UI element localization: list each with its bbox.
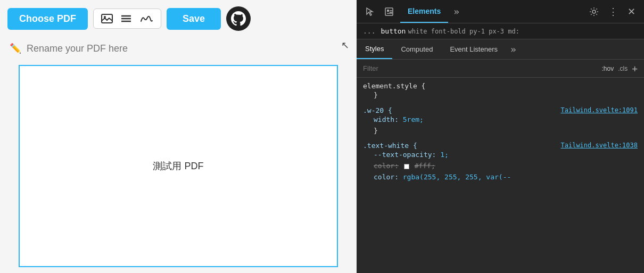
breadcrumb-css: white font-bold py-1 px-3 md: — [408, 28, 519, 35]
breadcrumb-dots: ... — [363, 27, 375, 35]
css-rules-area: element.style { } .w-20 { Tailwind.svelt… — [357, 78, 644, 273]
icon-group — [93, 9, 161, 29]
hov-badge[interactable]: :hov — [601, 65, 614, 72]
pdf-canvas-area: 測試用 PDF — [0, 60, 357, 273]
css-rule-element-style-close: } — [363, 90, 638, 101]
css-selector-text-white: .text-white { Tailwind.svelte:1038 — [363, 142, 638, 150]
breadcrumb: ... button white font-bold py-1 px-3 md: — [357, 23, 644, 39]
pdf-page: 測試用 PDF — [19, 65, 338, 267]
settings-icon[interactable] — [586, 5, 602, 19]
css-val-color-rgba: rgba(255, 255, 255, var(-- — [403, 173, 511, 181]
filter-input[interactable] — [363, 64, 596, 72]
css-selector-text-white-name: .text-white { — [363, 142, 417, 150]
css-val-color-strike: #fff; — [415, 162, 435, 170]
pencil-icon: ✏️ — [10, 43, 21, 54]
css-rule-text-white: .text-white { Tailwind.svelte:1038 --tex… — [363, 142, 638, 183]
css-close-brace: } — [374, 91, 378, 99]
css-rule-w20-prop: width: 5rem; — [363, 114, 638, 126]
rename-row: ✏️ — [0, 37, 357, 60]
css-val-width: 5rem; — [403, 115, 424, 123]
css-prop-color: color: — [374, 173, 399, 181]
devtools-panel: Elements » ⋮ ✕ ... button white font-bol… — [357, 0, 644, 273]
lines-icon-button[interactable] — [118, 13, 134, 24]
save-button[interactable]: Save — [167, 8, 221, 30]
css-rule-element-style: element.style { } — [363, 82, 638, 101]
css-val-text-opacity: 1; — [440, 151, 449, 159]
css-brace-w20-close: } — [374, 127, 378, 135]
css-rule-text-opacity: --text-opacity: 1; — [363, 150, 638, 161]
css-selector-w20: .w-20 { Tailwind.svelte:1091 — [363, 106, 638, 114]
css-source-text-white[interactable]: Tailwind.svelte:1038 — [561, 142, 638, 149]
css-selector-element-style: element.style { — [363, 82, 638, 90]
add-filter-icon[interactable]: + — [632, 63, 638, 74]
kebab-menu-icon[interactable]: ⋮ — [605, 4, 621, 20]
svg-point-10 — [592, 10, 596, 13]
cls-badge[interactable]: .cls — [618, 65, 628, 72]
tab-styles[interactable]: Styles — [357, 39, 392, 59]
github-button[interactable] — [226, 6, 251, 31]
css-source-w20[interactable]: Tailwind.svelte:1091 — [561, 106, 638, 114]
close-devtools-icon[interactable]: ✕ — [624, 4, 639, 20]
tab-elements[interactable]: Elements — [400, 0, 448, 23]
breadcrumb-tag: button — [381, 27, 406, 35]
filter-badges: :hov .cls + — [601, 63, 638, 74]
css-prop-width: width: — [374, 115, 399, 123]
toolbar: Choose PDF — [0, 0, 357, 37]
css-rule-w20-close: } — [363, 126, 638, 137]
css-rule-color-strikethrough: color: #fff; — [363, 161, 638, 172]
color-swatch-white — [404, 164, 409, 169]
css-selector-text: element.style { — [363, 82, 425, 90]
css-rule-w20: .w-20 { Tailwind.svelte:1091 width: 5rem… — [363, 106, 638, 137]
tab-more-icon[interactable]: » — [506, 44, 521, 55]
rename-input[interactable] — [27, 43, 208, 54]
cursor-tool-button[interactable] — [362, 5, 378, 19]
filter-row: :hov .cls + — [357, 60, 644, 78]
tab-event-listeners[interactable]: Event Listeners — [441, 39, 506, 59]
css-selector-w20-name: .w-20 { — [363, 106, 392, 114]
inspect-element-button[interactable] — [381, 5, 397, 19]
pdf-text: 測試用 PDF — [153, 160, 203, 172]
tab-computed[interactable]: Computed — [392, 39, 441, 59]
signature-icon-button[interactable] — [137, 12, 155, 25]
devtools-topbar-right: ⋮ ✕ — [586, 4, 639, 20]
css-prop-color-strike: color: — [374, 162, 399, 170]
svg-rect-6 — [387, 10, 389, 12]
more-tabs-icon[interactable]: » — [451, 4, 461, 19]
svg-rect-0 — [102, 14, 112, 23]
devtools-topbar: Elements » ⋮ ✕ — [357, 0, 644, 23]
left-panel: Choose PDF — [0, 0, 357, 273]
image-icon-button[interactable] — [99, 13, 115, 24]
css-rule-color-rgba: color: rgba(255, 255, 255, var(-- — [363, 172, 638, 183]
devtools-tabs-row: Styles Computed Event Listeners » — [357, 39, 644, 60]
css-prop-text-opacity: --text-opacity: — [374, 151, 436, 159]
choose-pdf-button[interactable]: Choose PDF — [7, 8, 88, 30]
